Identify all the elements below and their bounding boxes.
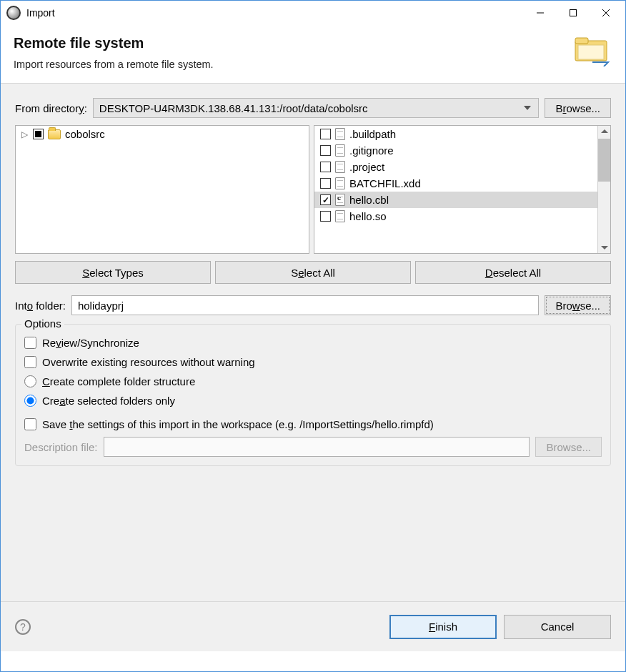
file-icon [335,210,345,222]
review-sync-label: Review/Synchronize [42,337,139,349]
review-sync-checkbox[interactable] [24,337,36,349]
into-folder-row: Into folder: Browse... [15,295,611,315]
review-sync-option[interactable]: Review/Synchronize [24,333,602,352]
file-icon [335,177,345,189]
titlebar: Import [1,1,625,25]
options-legend: Options [21,317,64,330]
file-checkbox[interactable] [320,162,331,172]
file-row[interactable]: .gitignore [314,142,597,159]
file-row[interactable]: BATCHFIL.xdd [314,175,597,192]
description-file-row: Description file: Browse... [24,437,602,457]
window-title: Import [26,7,524,19]
file-row[interactable]: hello.cbl [314,192,597,208]
from-directory-value: DESKTOP-U4RM3DK.138.68.41.131:/root/data… [99,102,368,114]
save-settings-option[interactable]: Save the settings of this import in the … [24,415,602,434]
create-selected-label: Create selected folders only [42,395,175,407]
create-complete-label: Create complete folder structure [42,375,195,387]
file-checkbox[interactable] [320,178,331,189]
description-file-label: Description file: [24,441,98,453]
select-types-button[interactable]: Select Types [15,261,211,284]
page-subtitle: Import resources from a remote file syst… [14,59,214,70]
cancel-button[interactable]: Cancel [504,615,611,639]
scrollbar-thumb[interactable] [598,139,610,182]
from-directory-label: From directory: [15,102,87,114]
svg-rect-5 [575,38,588,44]
description-file-browse-button: Browse... [535,437,602,457]
save-settings-checkbox[interactable] [24,418,36,430]
file-name: .gitignore [349,144,394,157]
finish-button[interactable]: Finish [389,615,497,639]
folder-icon [48,129,61,139]
overwrite-checkbox[interactable] [24,356,36,368]
file-icon [335,144,345,157]
from-directory-combo[interactable]: DESKTOP-U4RM3DK.138.68.41.131:/root/data… [93,98,540,118]
file-icon [335,161,345,173]
file-checkbox[interactable] [320,145,331,156]
create-complete-radio[interactable] [24,375,36,387]
app-icon [6,6,21,20]
minimize-icon [537,9,544,16]
select-button-row: Select Types Select All Deselect All [15,261,611,284]
page-title: Remote file system [14,35,214,51]
file-row[interactable]: hello.so [314,208,597,224]
file-row[interactable]: .project [314,159,597,175]
tree-checkbox[interactable] [33,129,44,139]
into-folder-input[interactable] [71,295,540,315]
file-list-scrollbar[interactable] [597,126,610,253]
select-all-button[interactable]: Select All [215,261,411,284]
folder-import-icon [572,35,612,66]
deselect-all-button[interactable]: Deselect All [415,261,611,284]
resource-panes: ▷ cobolsrc .buildpath .gitignore [15,125,611,254]
window-controls [524,1,622,24]
overwrite-option[interactable]: Overwrite existing resources without war… [24,352,602,372]
cobol-file-icon [335,194,345,206]
file-row[interactable]: .buildpath [314,126,597,142]
file-checkbox[interactable] [320,129,331,139]
close-icon [602,9,610,16]
file-checkbox[interactable] [320,194,331,205]
into-folder-label: Into folder: [15,300,66,312]
create-selected-radio[interactable] [24,395,36,407]
maximize-icon [570,9,577,16]
create-complete-option[interactable]: Create complete folder structure [24,372,602,391]
file-name: .buildpath [349,128,396,140]
file-name: hello.so [349,210,387,222]
file-name: hello.cbl [349,194,389,206]
help-icon[interactable]: ? [15,619,31,635]
wizard-footer: ? Finish Cancel [1,601,625,651]
file-list-pane[interactable]: .buildpath .gitignore .project BATCHFIL.… [314,125,611,254]
expand-icon[interactable]: ▷ [21,129,29,139]
svg-rect-1 [570,10,577,16]
wizard-body: From directory: DESKTOP-U4RM3DK.138.68.4… [1,83,625,651]
wizard-header: Remote file system Import resources from… [1,25,625,83]
save-settings-label: Save the settings of this import in the … [42,418,434,430]
file-checkbox[interactable] [320,211,331,222]
file-name: .project [349,161,384,173]
create-selected-option[interactable]: Create selected folders only [24,391,602,410]
file-icon [335,128,345,140]
maximize-button[interactable] [557,1,590,24]
overwrite-label: Overwrite existing resources without war… [42,356,255,368]
folder-tree-pane[interactable]: ▷ cobolsrc [15,125,309,254]
close-button[interactable] [590,1,622,24]
minimize-button[interactable] [524,1,557,24]
tree-row[interactable]: ▷ cobolsrc [16,126,309,142]
from-directory-row: From directory: DESKTOP-U4RM3DK.138.68.4… [15,98,611,118]
tree-item-label: cobolsrc [65,128,105,140]
description-file-input [104,437,530,457]
into-folder-browse-button[interactable]: Browse... [545,295,611,315]
from-directory-browse-button[interactable]: Browse... [545,98,611,118]
options-group: Options Review/Synchronize Overwrite exi… [15,324,611,466]
svg-rect-6 [578,45,604,59]
file-name: BATCHFIL.xdd [349,177,421,189]
